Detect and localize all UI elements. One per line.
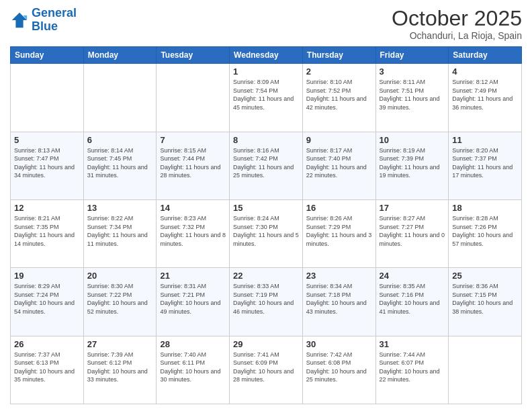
logo-icon bbox=[10, 11, 29, 30]
col-thursday: Thursday bbox=[302, 47, 375, 64]
day-info: Sunrise: 8:23 AM Sunset: 7:32 PM Dayligh… bbox=[160, 214, 226, 248]
header: General Blue October 2025 Ochanduri, La … bbox=[10, 7, 522, 41]
calendar-header-row: Sunday Monday Tuesday Wednesday Thursday… bbox=[11, 47, 522, 64]
day-number: 28 bbox=[160, 339, 226, 349]
day-info: Sunrise: 8:33 AM Sunset: 7:19 PM Dayligh… bbox=[233, 282, 299, 316]
day-info: Sunrise: 8:09 AM Sunset: 7:54 PM Dayligh… bbox=[233, 78, 299, 111]
day-info: Sunrise: 8:11 AM Sunset: 7:51 PM Dayligh… bbox=[380, 78, 445, 111]
day-info: Sunrise: 8:12 AM Sunset: 7:49 PM Dayligh… bbox=[452, 78, 518, 111]
day-info: Sunrise: 8:22 AM Sunset: 7:34 PM Dayligh… bbox=[87, 214, 153, 248]
calendar-cell: 20Sunrise: 8:30 AM Sunset: 7:22 PM Dayli… bbox=[83, 268, 157, 336]
calendar-cell: 9Sunrise: 8:17 AM Sunset: 7:40 PM Daylig… bbox=[302, 132, 375, 199]
day-number: 14 bbox=[160, 203, 226, 213]
calendar-cell: 2Sunrise: 8:10 AM Sunset: 7:52 PM Daylig… bbox=[302, 64, 375, 132]
day-number: 1 bbox=[233, 66, 299, 77]
day-number: 16 bbox=[306, 203, 372, 213]
day-info: Sunrise: 8:26 AM Sunset: 7:29 PM Dayligh… bbox=[306, 214, 372, 248]
day-number: 25 bbox=[452, 271, 518, 281]
calendar-cell: 19Sunrise: 8:29 AM Sunset: 7:24 PM Dayli… bbox=[11, 268, 84, 336]
calendar-cell: 15Sunrise: 8:24 AM Sunset: 7:30 PM Dayli… bbox=[230, 199, 303, 267]
day-info: Sunrise: 7:44 AM Sunset: 6:07 PM Dayligh… bbox=[380, 351, 445, 384]
day-info: Sunrise: 8:20 AM Sunset: 7:37 PM Dayligh… bbox=[452, 146, 518, 180]
day-info: Sunrise: 8:19 AM Sunset: 7:39 PM Dayligh… bbox=[380, 146, 445, 180]
calendar-cell: 11Sunrise: 8:20 AM Sunset: 7:37 PM Dayli… bbox=[449, 132, 522, 199]
day-number: 13 bbox=[87, 203, 153, 213]
day-info: Sunrise: 8:17 AM Sunset: 7:40 PM Dayligh… bbox=[306, 146, 372, 180]
day-number: 29 bbox=[233, 339, 299, 349]
day-number: 30 bbox=[306, 339, 372, 349]
month-title: October 2025 bbox=[392, 7, 522, 30]
day-number: 18 bbox=[452, 203, 518, 213]
calendar-cell: 31Sunrise: 7:44 AM Sunset: 6:07 PM Dayli… bbox=[375, 336, 449, 404]
day-number: 7 bbox=[160, 135, 226, 145]
page: General Blue October 2025 Ochanduri, La … bbox=[0, 0, 532, 411]
day-number: 11 bbox=[452, 135, 518, 145]
calendar-week-3: 12Sunrise: 8:21 AM Sunset: 7:35 PM Dayli… bbox=[11, 199, 522, 267]
calendar-cell bbox=[83, 64, 157, 132]
col-sunday: Sunday bbox=[11, 47, 84, 64]
day-info: Sunrise: 7:39 AM Sunset: 6:12 PM Dayligh… bbox=[87, 351, 153, 384]
day-info: Sunrise: 8:36 AM Sunset: 7:15 PM Dayligh… bbox=[452, 282, 518, 316]
calendar-cell: 24Sunrise: 8:35 AM Sunset: 7:16 PM Dayli… bbox=[375, 268, 449, 336]
calendar-week-4: 19Sunrise: 8:29 AM Sunset: 7:24 PM Dayli… bbox=[11, 268, 522, 336]
day-info: Sunrise: 8:29 AM Sunset: 7:24 PM Dayligh… bbox=[14, 282, 80, 316]
day-info: Sunrise: 8:28 AM Sunset: 7:26 PM Dayligh… bbox=[452, 214, 518, 248]
calendar-cell: 18Sunrise: 8:28 AM Sunset: 7:26 PM Dayli… bbox=[449, 199, 522, 267]
calendar-cell: 28Sunrise: 7:40 AM Sunset: 6:11 PM Dayli… bbox=[157, 336, 230, 404]
calendar-cell: 25Sunrise: 8:36 AM Sunset: 7:15 PM Dayli… bbox=[449, 268, 522, 336]
day-number: 24 bbox=[380, 271, 445, 281]
day-number: 27 bbox=[87, 339, 153, 349]
title-block: October 2025 Ochanduri, La Rioja, Spain bbox=[392, 7, 522, 41]
day-number: 10 bbox=[380, 135, 445, 145]
calendar-cell: 22Sunrise: 8:33 AM Sunset: 7:19 PM Dayli… bbox=[230, 268, 303, 336]
day-info: Sunrise: 8:10 AM Sunset: 7:52 PM Dayligh… bbox=[306, 78, 372, 111]
day-info: Sunrise: 8:13 AM Sunset: 7:47 PM Dayligh… bbox=[14, 146, 80, 180]
day-info: Sunrise: 7:40 AM Sunset: 6:11 PM Dayligh… bbox=[160, 351, 226, 384]
calendar-cell bbox=[157, 64, 230, 132]
calendar-cell: 1Sunrise: 8:09 AM Sunset: 7:54 PM Daylig… bbox=[230, 64, 303, 132]
day-info: Sunrise: 8:30 AM Sunset: 7:22 PM Dayligh… bbox=[87, 282, 153, 316]
calendar-cell: 6Sunrise: 8:14 AM Sunset: 7:45 PM Daylig… bbox=[83, 132, 157, 199]
calendar-cell: 29Sunrise: 7:41 AM Sunset: 6:09 PM Dayli… bbox=[230, 336, 303, 404]
day-number: 6 bbox=[87, 135, 153, 145]
day-number: 15 bbox=[233, 203, 299, 213]
calendar-cell: 10Sunrise: 8:19 AM Sunset: 7:39 PM Dayli… bbox=[375, 132, 449, 199]
day-info: Sunrise: 8:34 AM Sunset: 7:18 PM Dayligh… bbox=[306, 282, 372, 316]
calendar-cell: 14Sunrise: 8:23 AM Sunset: 7:32 PM Dayli… bbox=[157, 199, 230, 267]
day-info: Sunrise: 8:27 AM Sunset: 7:27 PM Dayligh… bbox=[380, 214, 445, 248]
calendar-cell: 12Sunrise: 8:21 AM Sunset: 7:35 PM Dayli… bbox=[11, 199, 84, 267]
logo-blue: Blue bbox=[32, 19, 58, 33]
day-info: Sunrise: 8:21 AM Sunset: 7:35 PM Dayligh… bbox=[14, 214, 80, 248]
day-info: Sunrise: 8:16 AM Sunset: 7:42 PM Dayligh… bbox=[233, 146, 299, 180]
calendar-cell: 3Sunrise: 8:11 AM Sunset: 7:51 PM Daylig… bbox=[375, 64, 449, 132]
location: Ochanduri, La Rioja, Spain bbox=[392, 30, 522, 41]
day-info: Sunrise: 8:35 AM Sunset: 7:16 PM Dayligh… bbox=[380, 282, 445, 316]
day-info: Sunrise: 7:42 AM Sunset: 6:08 PM Dayligh… bbox=[306, 351, 372, 384]
day-number: 8 bbox=[233, 135, 299, 145]
logo-general: General bbox=[32, 6, 77, 19]
day-number: 23 bbox=[306, 271, 372, 281]
day-info: Sunrise: 8:14 AM Sunset: 7:45 PM Dayligh… bbox=[87, 146, 153, 180]
calendar-cell bbox=[11, 64, 84, 132]
day-info: Sunrise: 8:31 AM Sunset: 7:21 PM Dayligh… bbox=[160, 282, 226, 316]
calendar: Sunday Monday Tuesday Wednesday Thursday… bbox=[10, 46, 522, 404]
day-number: 22 bbox=[233, 271, 299, 281]
svg-marker-0 bbox=[12, 13, 27, 28]
calendar-cell: 13Sunrise: 8:22 AM Sunset: 7:34 PM Dayli… bbox=[83, 199, 157, 267]
col-monday: Monday bbox=[83, 47, 157, 64]
day-info: Sunrise: 8:24 AM Sunset: 7:30 PM Dayligh… bbox=[233, 214, 299, 248]
calendar-cell: 16Sunrise: 8:26 AM Sunset: 7:29 PM Dayli… bbox=[302, 199, 375, 267]
calendar-week-5: 26Sunrise: 7:37 AM Sunset: 6:13 PM Dayli… bbox=[11, 336, 522, 404]
col-saturday: Saturday bbox=[449, 47, 522, 64]
day-number: 9 bbox=[306, 135, 372, 145]
col-friday: Friday bbox=[375, 47, 449, 64]
day-number: 20 bbox=[87, 271, 153, 281]
calendar-cell: 8Sunrise: 8:16 AM Sunset: 7:42 PM Daylig… bbox=[230, 132, 303, 199]
calendar-cell: 30Sunrise: 7:42 AM Sunset: 6:08 PM Dayli… bbox=[302, 336, 375, 404]
calendar-cell: 21Sunrise: 8:31 AM Sunset: 7:21 PM Dayli… bbox=[157, 268, 230, 336]
calendar-cell bbox=[449, 336, 522, 404]
col-wednesday: Wednesday bbox=[230, 47, 303, 64]
day-number: 19 bbox=[14, 271, 80, 281]
day-number: 26 bbox=[14, 339, 80, 349]
calendar-cell: 17Sunrise: 8:27 AM Sunset: 7:27 PM Dayli… bbox=[375, 199, 449, 267]
